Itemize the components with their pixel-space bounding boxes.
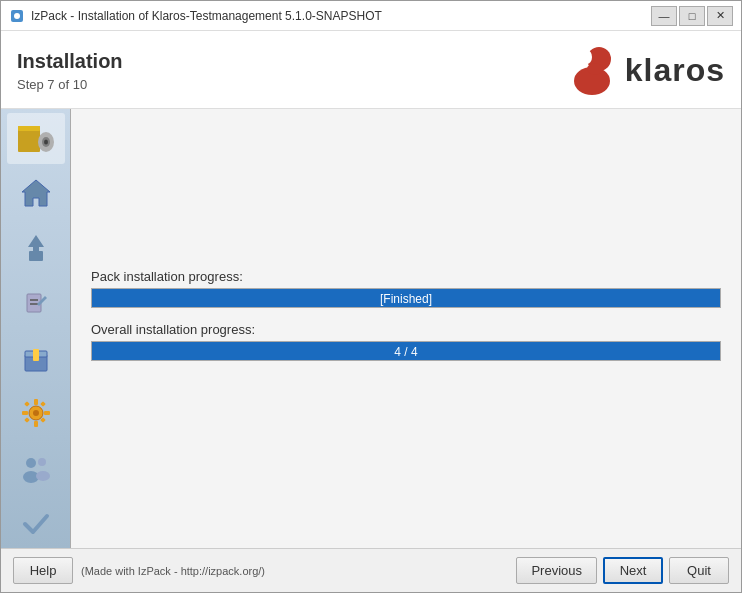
header: Installation Step 7 of 10 klaros [1, 31, 741, 109]
sidebar-item-1 [7, 168, 65, 219]
svg-point-31 [26, 458, 36, 468]
svg-rect-26 [44, 411, 50, 415]
overall-progress-block: Overall installation progress: 4 / 4 [91, 322, 721, 361]
header-info: Installation Step 7 of 10 [17, 50, 123, 92]
users-icon [19, 451, 53, 485]
progress-section: Pack installation progress: [Finished] O… [91, 269, 721, 375]
main-window: IzPack - Installation of Klaros-Testmana… [0, 0, 742, 593]
svg-point-5 [587, 63, 603, 75]
main-content: Pack installation progress: [Finished] O… [1, 109, 741, 548]
svg-rect-24 [34, 421, 38, 427]
upload-icon [19, 231, 53, 265]
quit-button[interactable]: Quit [669, 557, 729, 584]
content-panel: Pack installation progress: [Finished] O… [71, 109, 741, 548]
svg-rect-28 [40, 401, 46, 407]
klaros-logo-icon [567, 43, 617, 98]
overall-progress-bar: 4 / 4 [91, 341, 721, 361]
svg-point-22 [33, 410, 39, 416]
svg-rect-20 [33, 349, 39, 361]
disc-icon [16, 118, 56, 158]
pack-progress-label: Pack installation progress: [91, 269, 721, 284]
close-button[interactable]: ✕ [707, 6, 733, 26]
overall-progress-text: 4 / 4 [92, 342, 720, 361]
window-title: IzPack - Installation of Klaros-Testmana… [31, 9, 651, 23]
svg-rect-23 [34, 399, 38, 405]
page-title: Installation [17, 50, 123, 73]
sidebar-item-0 [7, 113, 65, 164]
footer: Help (Made with IzPack - http://izpack.o… [1, 548, 741, 592]
svg-point-10 [44, 140, 48, 145]
previous-button[interactable]: Previous [516, 557, 597, 584]
logo-area: klaros [567, 43, 725, 98]
svg-point-33 [38, 458, 46, 466]
pack-progress-text: [Finished] [92, 289, 720, 308]
sidebar-item-3 [7, 278, 65, 329]
sidebar [1, 109, 71, 548]
minimize-button[interactable]: — [651, 6, 677, 26]
package-icon [19, 341, 53, 375]
maximize-button[interactable]: □ [679, 6, 705, 26]
sidebar-item-7 [7, 497, 65, 548]
gear-icon [18, 395, 54, 431]
pack-progress-block: Pack installation progress: [Finished] [91, 269, 721, 308]
titlebar: IzPack - Installation of Klaros-Testmana… [1, 1, 741, 31]
pack-progress-bar: [Finished] [91, 288, 721, 308]
svg-marker-11 [22, 180, 50, 206]
sidebar-item-6 [7, 442, 65, 493]
svg-rect-7 [18, 126, 40, 131]
svg-rect-29 [24, 417, 30, 423]
checkmark-icon [19, 506, 53, 540]
app-icon [9, 8, 25, 24]
svg-point-1 [14, 13, 20, 19]
sidebar-item-2 [7, 223, 65, 274]
svg-marker-13 [28, 235, 44, 253]
overall-progress-label: Overall installation progress: [91, 322, 721, 337]
logo-text: klaros [625, 52, 725, 89]
sidebar-item-5 [7, 387, 65, 438]
next-button[interactable]: Next [603, 557, 663, 584]
sidebar-item-4 [7, 333, 65, 384]
help-button[interactable]: Help [13, 557, 73, 584]
svg-point-34 [36, 471, 50, 481]
footer-right: Previous Next Quit [516, 557, 729, 584]
svg-point-4 [582, 50, 592, 64]
window-controls: — □ ✕ [651, 6, 733, 26]
footer-left: Help (Made with IzPack - http://izpack.o… [13, 557, 265, 584]
svg-rect-25 [22, 411, 28, 415]
footer-link: (Made with IzPack - http://izpack.org/) [81, 565, 265, 577]
step-indicator: Step 7 of 10 [17, 77, 123, 92]
home-icon [19, 176, 53, 210]
svg-rect-27 [24, 401, 30, 407]
pen-icon [19, 286, 53, 320]
